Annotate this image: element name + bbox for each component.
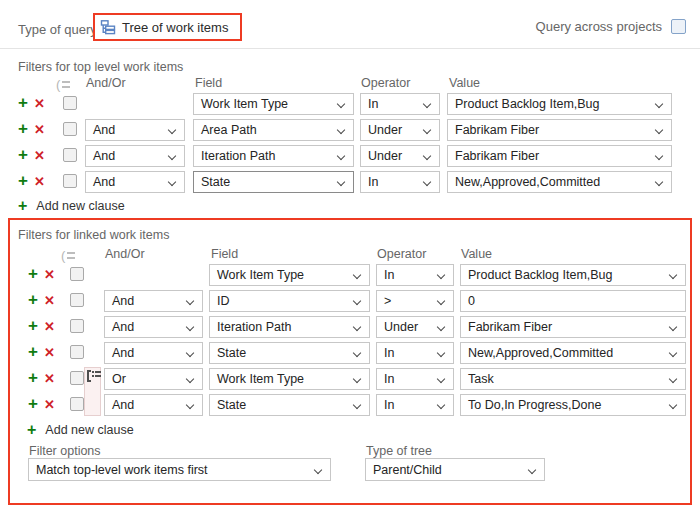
clause-row: + ✕ Work Item Type In Product Backlog It… (0, 262, 700, 288)
value-input[interactable]: 0 (460, 290, 686, 312)
add-clause-icon[interactable]: + (28, 316, 38, 335)
andor-select[interactable]: And (85, 119, 185, 141)
query-across-projects-label: Query across projects (536, 19, 662, 34)
add-clause-icon[interactable]: + (28, 264, 38, 283)
operator-select[interactable]: In (376, 342, 454, 364)
value-select[interactable]: Product Backlog Item,Bug (447, 93, 672, 115)
operator-select[interactable]: Under (376, 316, 454, 338)
type-of-tree-select[interactable]: Parent/Child (365, 458, 545, 481)
andor-select[interactable]: And (104, 394, 203, 416)
chevron-down-icon (669, 349, 677, 357)
type-of-tree-label: Type of tree (366, 444, 432, 458)
field-select[interactable]: Work Item Type (193, 93, 354, 115)
delete-clause-icon[interactable]: ✕ (34, 174, 45, 189)
chevron-down-icon (353, 297, 361, 305)
add-clause-icon[interactable]: + (28, 368, 38, 387)
operator-select[interactable]: In (360, 93, 440, 115)
clause-checkbox[interactable] (63, 96, 77, 110)
delete-clause-icon[interactable]: ✕ (44, 319, 55, 334)
value-select[interactable]: To Do,In Progress,Done (460, 394, 686, 416)
field-select[interactable]: Area Path (193, 119, 354, 141)
field-select[interactable]: Work Item Type (209, 368, 370, 390)
chevron-down-icon (655, 152, 663, 160)
clause-checkbox[interactable] (63, 148, 77, 162)
operator-select[interactable]: Under (360, 119, 440, 141)
col-header-field: Field (195, 76, 222, 90)
add-new-clause-button[interactable]: + Add new clause (27, 422, 134, 438)
add-clause-icon[interactable]: + (18, 145, 28, 164)
clause-checkbox[interactable] (63, 122, 77, 136)
add-clause-icon[interactable]: + (18, 171, 28, 190)
value-select[interactable]: New,Approved,Committed (447, 171, 672, 193)
clause-checkbox[interactable] (70, 397, 84, 411)
delete-clause-icon[interactable]: ✕ (44, 267, 55, 282)
col-header-field: Field (211, 247, 238, 261)
delete-clause-icon[interactable]: ✕ (44, 293, 55, 308)
operator-select[interactable]: > (376, 290, 454, 312)
col-header-value: Value (449, 76, 480, 90)
chevron-down-icon (655, 178, 663, 186)
add-clause-icon[interactable]: + (28, 394, 38, 413)
query-across-projects-checkbox[interactable] (671, 19, 686, 34)
field-select[interactable]: ID (209, 290, 370, 312)
clause-checkbox[interactable] (63, 174, 77, 188)
value-select[interactable]: Fabrikam Fiber (460, 316, 686, 338)
chevron-down-icon (437, 323, 445, 331)
operator-select[interactable]: In (376, 394, 454, 416)
operator-select[interactable]: In (376, 264, 454, 286)
field-select[interactable]: State (209, 394, 370, 416)
plus-icon: + (27, 422, 36, 438)
field-select[interactable]: Work Item Type (209, 264, 370, 286)
field-select[interactable]: Iteration Path (209, 316, 370, 338)
delete-clause-icon[interactable]: ✕ (44, 345, 55, 360)
add-new-clause-button[interactable]: + Add new clause (18, 198, 125, 214)
delete-clause-icon[interactable]: ✕ (44, 397, 55, 412)
chevron-down-icon (337, 100, 345, 108)
operator-select[interactable]: In (376, 368, 454, 390)
value-select[interactable]: Task (460, 368, 686, 390)
field-select[interactable]: State (209, 342, 370, 364)
andor-select[interactable]: And (104, 290, 203, 312)
plus-icon: + (18, 198, 27, 214)
chevron-down-icon (423, 126, 431, 134)
andor-select[interactable]: And (85, 145, 185, 167)
add-clause-icon[interactable]: + (28, 342, 38, 361)
filter-options-select[interactable]: Match top-level work items first (28, 458, 331, 481)
value-select[interactable]: Product Backlog Item,Bug (460, 264, 686, 286)
add-clause-icon[interactable]: + (18, 93, 28, 112)
chevron-down-icon (314, 466, 322, 474)
delete-clause-icon[interactable]: ✕ (34, 96, 45, 111)
add-clause-icon[interactable]: + (18, 119, 28, 138)
value-select[interactable]: Fabrikam Fiber (447, 119, 672, 141)
query-across-projects: Query across projects (536, 19, 686, 34)
value-select[interactable]: Fabrikam Fiber (447, 145, 672, 167)
operator-select[interactable]: Under (360, 145, 440, 167)
clause-row: + ✕ And Iteration Path Under Fabrikam Fi… (0, 314, 700, 340)
clause-checkbox[interactable] (70, 293, 84, 307)
chevron-down-icon (353, 271, 361, 279)
add-clause-icon[interactable]: + (28, 290, 38, 309)
clause-checkbox[interactable] (70, 371, 84, 385)
chevron-down-icon (423, 178, 431, 186)
operator-select[interactable]: In (360, 171, 440, 193)
chevron-down-icon (437, 297, 445, 305)
clause-checkbox[interactable] (70, 345, 84, 359)
chevron-down-icon (186, 401, 194, 409)
andor-select[interactable]: And (104, 316, 203, 338)
andor-select[interactable]: Or (104, 368, 203, 390)
value-select[interactable]: New,Approved,Committed (460, 342, 686, 364)
query-type-value[interactable]: Tree of work items (122, 20, 228, 35)
andor-select[interactable]: And (85, 171, 185, 193)
field-select[interactable]: State (193, 171, 354, 193)
clause-checkbox[interactable] (70, 319, 84, 333)
andor-select[interactable]: And (104, 342, 203, 364)
group-clauses-icon[interactable] (87, 370, 101, 382)
clause-checkbox[interactable] (70, 267, 84, 281)
chevron-down-icon (353, 349, 361, 357)
delete-clause-icon[interactable]: ✕ (34, 122, 45, 137)
chevron-down-icon (353, 401, 361, 409)
field-select[interactable]: Iteration Path (193, 145, 354, 167)
delete-clause-icon[interactable]: ✕ (44, 371, 55, 386)
chevron-down-icon (669, 401, 677, 409)
delete-clause-icon[interactable]: ✕ (34, 148, 45, 163)
